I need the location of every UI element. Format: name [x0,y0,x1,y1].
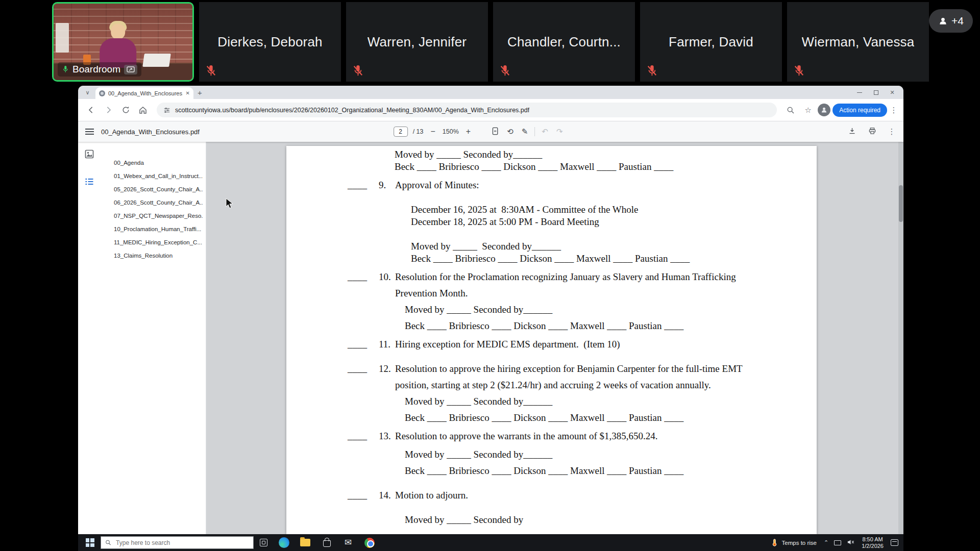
mail-icon: ✉ [345,537,352,548]
search-icon [105,539,111,546]
muted-mic-icon [646,64,657,78]
fit-page-icon[interactable] [490,127,500,137]
bookmark-star-icon[interactable]: ☆ [800,103,816,118]
bookmark-item[interactable]: 13_Claims_Resolution [114,249,203,262]
boardroom-label: Boardroom [58,62,141,77]
url-bar[interactable]: scottcountyiowa.us/board/pub/enclosures/… [157,103,777,117]
tab-favicon [99,90,105,96]
doc-line: Beck ____ Bribriesco ____ Dickson ____ M… [405,465,817,477]
pdf-toolbar: 00_Agenda_With_Enclosures.pdf / 13 − 150… [78,121,903,142]
doc-line: Moved by _____ Seconded by______ [411,240,817,253]
tile-boardroom[interactable]: Boardroom [52,2,194,82]
print-icon[interactable] [867,127,878,136]
tab-title: 00_Agenda_With_Enclosures.pd [108,90,183,96]
bookmark-item[interactable]: 01_Webex_and_Call_in_Instruct... [114,169,203,183]
whiteboard [56,23,69,53]
weather-widget[interactable]: Temps to rise [771,538,817,547]
bookmark-item[interactable]: 10_Proclamation_Human_Traffi... [114,222,203,236]
undo-icon[interactable]: ↶ [540,127,550,136]
clock-date: 1/2/2026 [862,543,884,549]
muted-mic-icon [352,64,363,78]
action-center-icon[interactable] [891,539,898,546]
thumbnails-icon[interactable] [84,149,94,161]
participant-tile[interactable]: Wierman, Vanessa [787,2,929,82]
forward-icon[interactable] [101,103,116,118]
muted-mic-icon [793,64,804,78]
pdf-scrollbar[interactable] [898,142,903,534]
profile-avatar[interactable] [818,104,830,116]
mail-taskbar-button[interactable]: ✉ [337,534,359,551]
participant-name: Dierkes, Deborah [217,34,323,50]
taskbar-right: Temps to rise ⌃ 8:50 AM 1/2/2026 [771,536,903,549]
bookmark-item[interactable]: 07_NSP_QCT_Newspaper_Reso... [114,209,203,222]
doc-line: December 18, 2025 at 5:00 PM - Board Mee… [411,216,817,228]
reload-icon[interactable] [118,103,133,118]
participant-tile[interactable]: Chandler, Courtn... [493,2,635,82]
taskbar-search[interactable] [101,536,254,549]
windows-logo-icon [86,538,94,547]
home-icon[interactable] [135,103,151,118]
doc-line: ____10.Resolution for the Proclamation r… [348,271,817,283]
doc-line: Moved by _____ Seconded by [405,514,817,526]
annotate-icon[interactable]: ✎ [520,127,530,136]
toolbar-separator [534,127,535,136]
new-tab-button[interactable]: + [198,88,202,97]
participant-tile[interactable]: Warren, Jennifer [346,2,488,82]
pdf-title: 00_Agenda_With_Enclosures.pdf [101,128,200,136]
redo-icon[interactable]: ↷ [555,127,565,136]
boardroom-name: Boardroom [72,64,120,75]
file-explorer-taskbar-button[interactable] [295,534,316,551]
bookmark-list: 00_Agenda01_Webex_and_Call_in_Instruct..… [114,156,203,262]
mouse-cursor [226,198,234,209]
page-number-input[interactable] [394,127,408,137]
browser-tab[interactable]: 00_Agenda_With_Enclosures.pd ✕ [95,87,193,99]
bookmark-item[interactable]: 05_2026_Scott_County_Chair_A... [114,183,203,196]
browser-menu-icon[interactable]: ⋮ [889,106,898,115]
muted-mic-icon [205,64,216,78]
zoom-in-button[interactable]: + [464,127,473,136]
edge-taskbar-button[interactable] [273,534,295,551]
volume-icon[interactable] [847,539,854,546]
zoom-icon[interactable] [783,103,798,118]
search-input[interactable] [115,539,249,547]
start-button[interactable] [81,534,99,551]
display-icon[interactable] [834,540,841,545]
pdf-menu-icon[interactable] [85,129,94,135]
chrome-taskbar-button[interactable] [359,534,380,551]
overflow-count: +4 [951,15,964,27]
participant-tile[interactable]: Farmer, David [640,2,782,82]
participant-strip: Boardroom Dierkes, DeborahWarren, Jennif… [52,2,929,82]
action-required-button[interactable]: Action required [832,104,887,117]
store-taskbar-button[interactable] [316,534,337,551]
tab-close-icon[interactable]: ✕ [186,90,190,96]
window-maximize-button[interactable] [868,86,884,99]
pip-icon[interactable] [124,65,137,74]
bookmark-item[interactable]: 00_Agenda [114,156,203,169]
bookmark-item[interactable]: 11_MEDIC_Hiring_Exception_C... [114,236,203,249]
doc-line: December 16, 2025 at 8:30AM - Committee … [411,204,817,216]
scrollbar-thumb[interactable] [899,185,903,222]
doc-line: ____12.Resolution to approve the hiring … [348,363,817,375]
window-minimize-button[interactable] [851,86,868,99]
download-icon[interactable] [847,127,857,136]
taskbar-clock[interactable]: 8:50 AM 1/2/2026 [862,536,884,549]
window-close-button[interactable]: ✕ [884,86,900,99]
rotate-icon[interactable]: ⟲ [505,127,515,136]
bookmark-item[interactable]: 06_2026_Scott_County_Chair_A... [114,196,203,209]
doc-line: Prevention Month. [395,287,817,299]
outline-icon[interactable] [84,177,94,189]
site-info-icon[interactable] [163,107,170,114]
tray-chevron-icon[interactable]: ⌃ [824,539,828,546]
zoom-out-button[interactable]: − [428,127,437,136]
doc-line: ____11.Hiring exception for MEDIC EMS de… [348,338,817,350]
task-view-button[interactable] [254,534,273,551]
tab-search-button[interactable]: ∨ [83,88,92,97]
participant-tile[interactable]: Dierkes, Deborah [199,2,341,82]
overflow-participants-badge[interactable]: +4 [929,9,973,33]
doc-line: Moved by _____ Seconded by______ [405,304,817,316]
participant-name: Wierman, Vanessa [802,34,915,50]
back-icon[interactable] [83,103,99,118]
shared-screen: ∨ 00_Agenda_With_Enclosures.pd ✕ + ✕ [78,86,903,551]
pdf-more-icon[interactable]: ⋮ [887,127,896,136]
mic-on-icon [62,65,69,74]
